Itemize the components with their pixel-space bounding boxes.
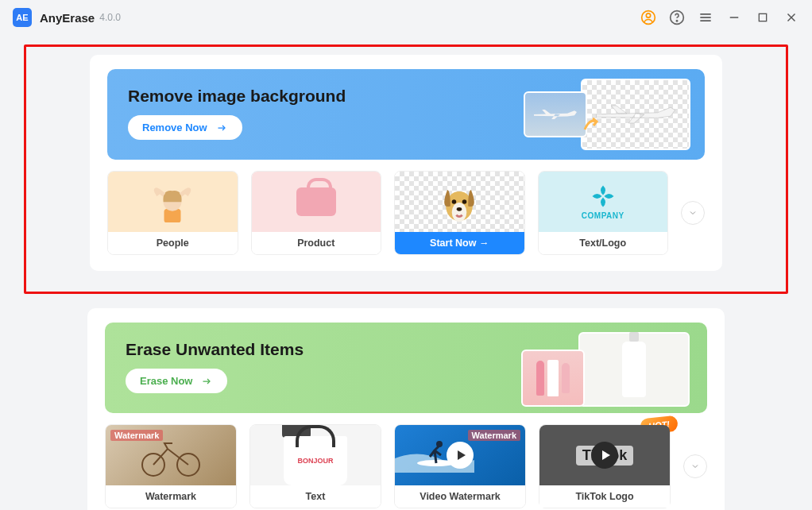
option-label-active: Start Now → bbox=[395, 232, 524, 254]
video-thumb: Watermark bbox=[395, 425, 525, 485]
hero-preview bbox=[524, 79, 690, 150]
svg-point-23 bbox=[436, 441, 443, 447]
option-text-logo[interactable]: COMPANY Text/Logo bbox=[538, 171, 669, 255]
erase-now-label: Erase Now bbox=[140, 375, 192, 387]
option-watermark[interactable]: Watermark Watermark bbox=[105, 424, 237, 508]
option-video-watermark[interactable]: Watermark Video Watermark bbox=[394, 424, 526, 508]
erase-now-button[interactable]: Erase Now bbox=[126, 369, 227, 393]
expand-options-button[interactable] bbox=[681, 201, 705, 225]
erase-items-card: Erase Unwanted Items Erase Now bbox=[87, 308, 725, 510]
dog-icon bbox=[437, 180, 481, 224]
svg-point-17 bbox=[462, 199, 467, 204]
option-label: Product bbox=[252, 232, 381, 254]
hero-title: Erase Unwanted Items bbox=[126, 340, 304, 359]
option-label: Text bbox=[250, 485, 381, 508]
erase-options: Watermark Watermark BONJOUR Text bbox=[105, 424, 707, 508]
company-text: COMPANY bbox=[582, 211, 624, 220]
option-product[interactable]: Product bbox=[251, 171, 382, 255]
svg-point-18 bbox=[457, 207, 462, 211]
person-icon bbox=[145, 181, 200, 223]
remove-background-card: Remove image background Remove Now bbox=[90, 55, 722, 271]
text-thumb: BONJOUR bbox=[250, 425, 381, 485]
option-label: Text/Logo bbox=[539, 232, 668, 254]
option-label: Video Watermark bbox=[395, 485, 525, 508]
option-tiktok-logo[interactable]: HOT! TikTok TikTok Logo bbox=[539, 424, 671, 508]
option-label: TikTok Logo bbox=[539, 485, 670, 508]
razor-icon bbox=[536, 361, 544, 396]
airplane-icon bbox=[532, 106, 579, 122]
remove-background-hero: Remove image background Remove Now bbox=[107, 69, 705, 160]
close-icon[interactable] bbox=[783, 10, 799, 25]
bag-text: BONJOUR bbox=[297, 457, 333, 465]
expand-options-button[interactable] bbox=[683, 454, 707, 478]
handbag-icon bbox=[296, 187, 336, 216]
chevron-down-icon bbox=[688, 208, 698, 218]
option-label: Watermark bbox=[106, 485, 236, 508]
help-icon[interactable] bbox=[669, 10, 685, 25]
maximize-icon[interactable] bbox=[755, 10, 771, 25]
play-icon bbox=[591, 442, 618, 469]
curve-arrow-icon bbox=[582, 115, 601, 134]
preview-after bbox=[581, 79, 690, 150]
menu-icon[interactable] bbox=[698, 10, 713, 25]
erase-after bbox=[578, 332, 690, 407]
preview-before bbox=[524, 91, 587, 137]
arrow-right-icon bbox=[200, 377, 213, 386]
option-text[interactable]: BONJOUR Text bbox=[249, 424, 381, 508]
bottle-icon bbox=[622, 342, 646, 397]
play-icon bbox=[447, 442, 474, 469]
svg-point-1 bbox=[646, 14, 650, 17]
arrow-right-icon bbox=[215, 123, 228, 133]
svg-point-15 bbox=[452, 203, 467, 222]
app-version: 4.0.0 bbox=[99, 12, 121, 23]
product-thumb bbox=[252, 172, 381, 232]
watermark-tag: Watermark bbox=[468, 430, 520, 441]
watermark-tag: Watermark bbox=[110, 430, 163, 441]
svg-rect-8 bbox=[759, 14, 766, 21]
minimize-icon[interactable] bbox=[726, 10, 742, 25]
option-label: People bbox=[108, 232, 238, 254]
app-name: AnyErase bbox=[40, 11, 95, 25]
svg-point-16 bbox=[452, 199, 457, 204]
remove-now-label: Remove Now bbox=[142, 122, 207, 133]
titlebar: AE AnyErase 4.0.0 bbox=[0, 0, 812, 35]
bag-icon: BONJOUR bbox=[284, 436, 347, 485]
erase-preview bbox=[521, 332, 690, 407]
svg-point-3 bbox=[676, 21, 677, 21]
company-logo-icon bbox=[591, 184, 615, 208]
user-account-icon[interactable] bbox=[640, 10, 656, 25]
option-animal[interactable]: Start Now → bbox=[394, 171, 525, 255]
bottle-icon bbox=[547, 360, 559, 396]
razor-icon bbox=[562, 363, 570, 393]
airplane-icon bbox=[592, 101, 679, 128]
people-thumb bbox=[108, 172, 238, 232]
app-logo: AE bbox=[13, 8, 32, 27]
erase-items-hero: Erase Unwanted Items Erase Now bbox=[105, 323, 707, 413]
highlighted-section: Remove image background Remove Now bbox=[24, 44, 788, 294]
option-people[interactable]: People bbox=[107, 171, 238, 255]
tiktok-thumb: TikTok bbox=[539, 425, 670, 485]
remove-bg-options: People Product bbox=[107, 171, 705, 255]
logo-thumb: COMPANY bbox=[539, 172, 668, 232]
remove-now-button[interactable]: Remove Now bbox=[128, 115, 242, 140]
hero-title: Remove image background bbox=[128, 87, 346, 106]
erase-before bbox=[521, 350, 585, 407]
chevron-down-icon bbox=[690, 462, 700, 471]
animal-thumb bbox=[395, 172, 524, 232]
watermark-thumb: Watermark bbox=[106, 425, 236, 485]
